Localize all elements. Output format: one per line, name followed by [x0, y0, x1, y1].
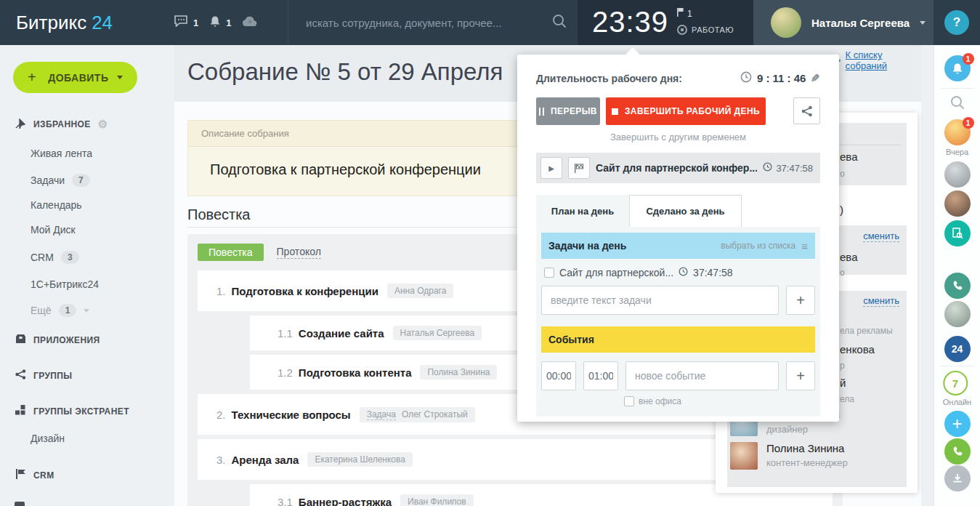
member-row[interactable]: Полина Зининаконтент-менеджер	[730, 442, 848, 470]
workday-clock-block[interactable]: 23:39 1 РАБОТАЮ	[578, 0, 753, 45]
tab-protocol[interactable]: Протокол	[277, 246, 321, 259]
item-number: 3.1	[278, 496, 293, 506]
item-label: 1С+Битрикс24	[31, 278, 99, 290]
download-app-button[interactable]	[944, 465, 971, 491]
new-chat-button[interactable]: +	[944, 411, 971, 437]
add-button[interactable]: + ДОБАВИТЬ	[13, 62, 137, 93]
new-task-input[interactable]	[541, 286, 779, 315]
section-label: CRM	[33, 470, 54, 481]
chevron-down-icon	[920, 21, 926, 25]
item-number: 1.2	[278, 366, 293, 379]
assistant-avatar[interactable]: 1	[944, 119, 971, 145]
item-label: Живая лента	[31, 148, 92, 159]
workday-duration: 9 : 11 : 46	[757, 72, 806, 84]
flag-icon	[677, 8, 684, 19]
workday-popup: Длительность рабочего дня: 9 : 11 : 46 ✎…	[517, 55, 839, 422]
assistant-badge: 1	[963, 117, 974, 129]
clock-time: 23:39	[592, 4, 668, 45]
event-end-time-input[interactable]	[583, 361, 618, 390]
contact-avatar[interactable]	[944, 161, 971, 188]
member-role: дизайнер	[766, 424, 840, 435]
search-icon[interactable]	[551, 13, 567, 32]
item-label: Задачи	[31, 174, 65, 186]
sidebar-item-calendar[interactable]: Календарь	[31, 199, 82, 211]
finish-other-time-link[interactable]: Завершить с другим временем	[536, 132, 820, 142]
task-checkbox[interactable]	[544, 268, 554, 278]
out-of-office-checkbox[interactable]	[624, 396, 634, 406]
status-label: РАБОТАЮ	[692, 25, 734, 34]
choose-from-list-link[interactable]: выбрать из списка	[721, 241, 795, 251]
to-meetings-list-link[interactable]: К списку собраний	[846, 49, 921, 71]
bitrix24-network-button[interactable]: 24	[944, 336, 971, 362]
cloud-icon[interactable]	[242, 16, 258, 30]
assignee-tag: Екатерина Шеленкова	[307, 452, 413, 467]
online-counter[interactable]: 7 Онлайн	[943, 371, 971, 406]
online-label: Онлайн	[943, 398, 971, 406]
share-button[interactable]	[793, 97, 820, 124]
tasks-band-title: Задачи на день	[548, 240, 626, 252]
sidebar-item-live-feed[interactable]: Живая лента	[31, 148, 92, 159]
pencil-icon[interactable]: ✎	[811, 72, 820, 85]
sidebar-item-1c-bitrix24[interactable]: 1С+Битрикс24	[31, 278, 99, 290]
bell-badge: 1	[963, 53, 974, 65]
item-label: Календарь	[31, 199, 82, 211]
item-number: 1.	[216, 285, 226, 297]
phone-button[interactable]	[944, 438, 971, 465]
pause-button[interactable]: ПЕРЕРЫВ	[536, 97, 600, 125]
sidebar-item-my-disk[interactable]: Мой Диск	[31, 224, 76, 236]
finish-workday-button[interactable]: ЗАВЕРШИТЬ РАБОЧИЙ ДЕНЬ	[606, 97, 766, 125]
document-search-button[interactable]	[944, 220, 971, 246]
tasks-badge: 7	[72, 174, 90, 187]
chat-icon[interactable]	[174, 15, 188, 30]
sidebar-item-design[interactable]: Дизайн	[31, 433, 65, 444]
plan-tab-panel: Задачи на день выбрать из списка≡ Сайт д…	[536, 227, 820, 417]
sidebar-item-more[interactable]: Ещё1	[31, 304, 89, 317]
sidebar-section-groups[interactable]: ГРУППЫ	[15, 369, 73, 382]
change-link[interactable]: сменить	[863, 230, 899, 242]
user-menu[interactable]: Наталья Сергеева	[753, 0, 934, 45]
item-label: CRM	[31, 252, 54, 263]
role-fragment: о	[840, 169, 845, 179]
sidebar-item-tasks[interactable]: Задачи7	[31, 174, 90, 187]
item-title: Подготовка контента	[299, 366, 412, 379]
add-event-button[interactable]: +	[786, 361, 815, 390]
logo[interactable]: Битрикс 24	[0, 0, 174, 45]
call-button[interactable]	[944, 273, 971, 299]
rail-search-icon[interactable]	[949, 95, 965, 113]
help-button[interactable]: ?	[944, 10, 969, 35]
task-item-time: 37:47:58	[693, 267, 733, 278]
sidebar-item-crm[interactable]: CRM3	[31, 251, 79, 264]
play-icon[interactable]: ▶	[540, 157, 562, 179]
current-task-title[interactable]: Сайт для партнерской конфер...	[596, 162, 757, 174]
notifications-bell-button[interactable]: 1	[944, 55, 971, 81]
status-stop-icon	[677, 25, 687, 35]
event-start-time-input[interactable]	[541, 361, 576, 390]
hamburger-icon[interactable]: ≡	[801, 240, 808, 252]
stop-icon	[612, 108, 618, 115]
assignee-tag: Полина Зинина	[420, 365, 497, 380]
bell-icon[interactable]	[209, 15, 221, 31]
contact-avatar[interactable]	[944, 190, 971, 217]
change-link[interactable]: сменить	[863, 295, 899, 307]
clock-icon	[679, 267, 688, 278]
checkered-flag-icon[interactable]	[568, 157, 590, 179]
gear-icon[interactable]: ⚙	[98, 118, 108, 131]
sidebar-section-favorites[interactable]: ИЗБРАННОЕ ⚙	[15, 118, 108, 131]
tab-agenda[interactable]: Повестка	[198, 244, 264, 261]
search-input[interactable]	[306, 17, 551, 29]
task-link[interactable]: Задача	[367, 409, 396, 420]
item-title: Аренда зала	[232, 454, 299, 466]
more-badge: 1	[59, 304, 77, 317]
item-title: Подготовка к конференции	[232, 285, 378, 297]
contact-avatar[interactable]	[944, 301, 971, 327]
new-event-input[interactable]	[625, 361, 779, 390]
assignee-tag: ЗадачаОлег Строкатый	[360, 407, 475, 422]
add-task-button[interactable]: +	[786, 286, 815, 315]
sidebar-section-crm[interactable]: CRM	[15, 469, 54, 481]
tab-plan-for-day[interactable]: План на день	[536, 195, 629, 227]
tab-done-for-day[interactable]: Сделано за день	[629, 195, 742, 227]
sidebar-section-apps[interactable]: ПРИЛОЖЕНИЯ	[15, 334, 100, 346]
sidebar-section-extranet-groups[interactable]: ГРУППЫ ЭКСТРАНЕТ	[15, 405, 129, 417]
out-of-office-label: вне офиса	[639, 396, 681, 406]
task-item-title[interactable]: Сайт для партнерской...	[559, 267, 673, 278]
